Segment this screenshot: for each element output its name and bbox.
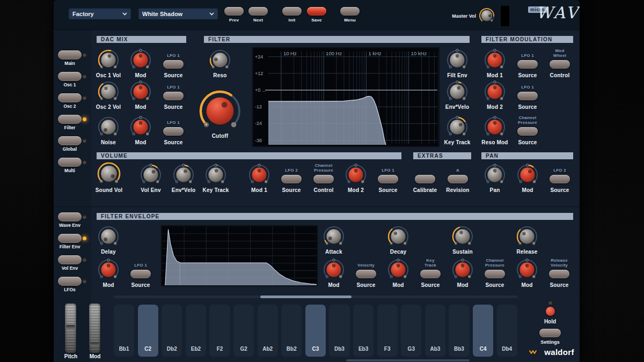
button-fmod-1-source[interactable]: LFO 1Source <box>509 79 546 110</box>
key-bb2[interactable]: Bb2 <box>281 305 302 357</box>
knob-fenv-release-mod[interactable]: Mod <box>509 257 545 288</box>
button-extras-revision[interactable]: ARevision <box>440 162 476 193</box>
knob-fenv-release[interactable]: Release <box>509 224 545 255</box>
key-bb3[interactable]: Bb3 <box>449 305 469 357</box>
key-ab3[interactable]: Ab3 <box>425 305 445 357</box>
key-c3[interactable]: C3 <box>305 305 326 357</box>
bank-select[interactable]: Factory <box>69 8 131 19</box>
pill-button[interactable] <box>517 60 538 69</box>
knob-dac-0-osc-1-vol[interactable]: Osc 1 Vol <box>90 47 127 78</box>
pill-button[interactable] <box>356 270 376 278</box>
knob-fenv-delay-mod[interactable]: Mod <box>90 257 127 288</box>
button-vol-6-control[interactable]: ChannelPressureControl <box>305 162 342 193</box>
pill-button[interactable] <box>163 60 184 69</box>
pill-button[interactable] <box>163 92 184 100</box>
pill-button[interactable] <box>130 270 151 278</box>
button-fmod-0-control[interactable]: ModWheelControl <box>541 47 578 78</box>
pill-button[interactable] <box>550 175 570 183</box>
keyboard-scrollbar-thumb[interactable] <box>260 295 352 298</box>
button-fenv-attack-source[interactable]: VelocitySource <box>348 257 384 288</box>
pill-button[interactable] <box>549 270 569 278</box>
knob-pan-mod[interactable]: Mod <box>509 162 546 193</box>
knob-vol-1-vol-env[interactable]: Vol Env <box>133 162 169 193</box>
knob-fenv-sustain-mod[interactable]: Mod <box>444 257 481 288</box>
sidebar-item-main[interactable] <box>58 50 82 60</box>
knob-vol-0-sound-vol[interactable]: Sound Vol <box>91 160 127 193</box>
key-eb3[interactable]: Eb3 <box>353 305 374 357</box>
button-vol-5-source[interactable]: LFO 2Source <box>273 162 310 193</box>
knob-pan-pan[interactable]: Pan <box>477 162 513 193</box>
button-pan-source[interactable]: LFO 2Source <box>541 162 578 193</box>
button-fenv-delay-source[interactable]: LFO 1Source <box>122 257 159 288</box>
sidebar-item-vol-env[interactable] <box>58 255 82 264</box>
knob-fenv-delay[interactable]: Delay <box>90 224 127 255</box>
pill-button[interactable] <box>448 175 468 183</box>
knob-filter-reso[interactable]: Reso <box>202 47 238 78</box>
mod-wheel[interactable] <box>89 304 100 353</box>
transport-button-next[interactable] <box>248 7 268 16</box>
pill-button[interactable] <box>163 127 184 136</box>
key-g2[interactable]: G2 <box>233 305 254 357</box>
key-db4[interactable]: Db4 <box>497 305 517 357</box>
key-g3[interactable]: G3 <box>401 305 421 357</box>
key-c2[interactable]: C2 <box>138 305 158 357</box>
pill-button[interactable] <box>550 60 570 69</box>
transport-button-init[interactable] <box>282 7 302 16</box>
sidebar-item-lfos[interactable] <box>58 277 82 286</box>
sidebar-item-wave-env[interactable] <box>58 212 82 221</box>
knob-fenv-decay[interactable]: Decay <box>380 224 416 255</box>
button-fenv-release-source[interactable]: ReleaseVelocitySource <box>541 257 577 288</box>
pitch-wheel[interactable] <box>65 304 76 353</box>
key-f3[interactable]: F3 <box>377 305 398 357</box>
transport-button-save[interactable] <box>307 7 326 16</box>
key-c4[interactable]: C4 <box>473 305 493 357</box>
key-db3[interactable]: Db3 <box>329 305 349 357</box>
button-dac-2-source[interactable]: LFO 1Source <box>155 114 192 145</box>
key-bb1[interactable]: Bb1 <box>114 305 134 357</box>
knob-fenv-decay-mod[interactable]: Mod <box>380 257 416 288</box>
master-vol-knob[interactable] <box>478 7 495 26</box>
knob-vol-2-env-velo[interactable]: Env*Velo <box>165 162 202 193</box>
hold-button[interactable] <box>546 307 555 316</box>
knob-fmod-0-mod-1[interactable]: Mod 1 <box>477 47 513 78</box>
key-eb2[interactable]: Eb2 <box>186 305 206 357</box>
button-dac-1-source[interactable]: LFO 1Source <box>155 79 192 110</box>
sidebar-item-multi[interactable] <box>58 158 82 167</box>
knob-filter-cutoff[interactable]: Cutoff <box>202 88 238 139</box>
knob-dac-2-noise[interactable]: Noise <box>90 114 127 145</box>
sidebar-item-filter-env[interactable] <box>58 234 82 243</box>
knob-filter-key-track[interactable]: Key Track <box>439 114 475 145</box>
sidebar-item-osc-1[interactable] <box>58 72 82 81</box>
knob-vol-3-key-track[interactable]: Key Track <box>197 162 234 193</box>
pill-button[interactable] <box>517 127 538 136</box>
button-vol-8-source[interactable]: LFO 1Source <box>370 162 406 193</box>
patch-select[interactable]: White Shadow <box>138 8 218 19</box>
key-ab2[interactable]: Ab2 <box>258 305 278 357</box>
knob-dac-1-osc-2-vol[interactable]: Osc 2 Vol <box>90 79 127 110</box>
pill-button[interactable] <box>281 175 302 183</box>
knob-vol-7-mod-2[interactable]: Mod 2 <box>338 162 374 193</box>
knob-dac-1-mod[interactable]: Mod <box>122 79 159 110</box>
pill-button[interactable] <box>313 175 334 183</box>
key-db2[interactable]: Db2 <box>162 305 182 357</box>
pill-button[interactable] <box>517 92 538 100</box>
knob-fmod-1-mod-2[interactable]: Mod 2 <box>477 79 513 110</box>
knob-filter-env-velo[interactable]: Env*Velo <box>439 79 475 110</box>
transport-button-menu[interactable] <box>340 7 360 16</box>
button-fmod-0-source[interactable]: LFO 1Source <box>509 47 546 78</box>
button-fenv-sustain-source[interactable]: ChannelPressureSource <box>477 257 513 288</box>
knob-fenv-attack-mod[interactable]: Mod <box>316 257 352 288</box>
knob-filter-filt-env[interactable]: Filt Env <box>439 47 475 78</box>
button-fmod-2-source[interactable]: ChannelPressureSource <box>509 114 546 145</box>
bottom-scrollbar-thumb[interactable] <box>346 359 470 361</box>
button-dac-0-source[interactable]: LFO 1Source <box>155 47 192 78</box>
settings-button[interactable] <box>539 329 561 337</box>
key-f2[interactable]: F2 <box>209 305 230 357</box>
knob-vol-4-mod-1[interactable]: Mod 1 <box>241 162 277 193</box>
pill-button[interactable] <box>485 270 505 278</box>
pill-button[interactable] <box>415 175 435 183</box>
sidebar-item-osc-2[interactable] <box>58 93 82 102</box>
pill-button[interactable] <box>420 270 441 278</box>
knob-fmod-2-reso-mod[interactable]: Reso Mod <box>477 114 513 145</box>
knob-fenv-attack[interactable]: Attack <box>316 224 352 255</box>
